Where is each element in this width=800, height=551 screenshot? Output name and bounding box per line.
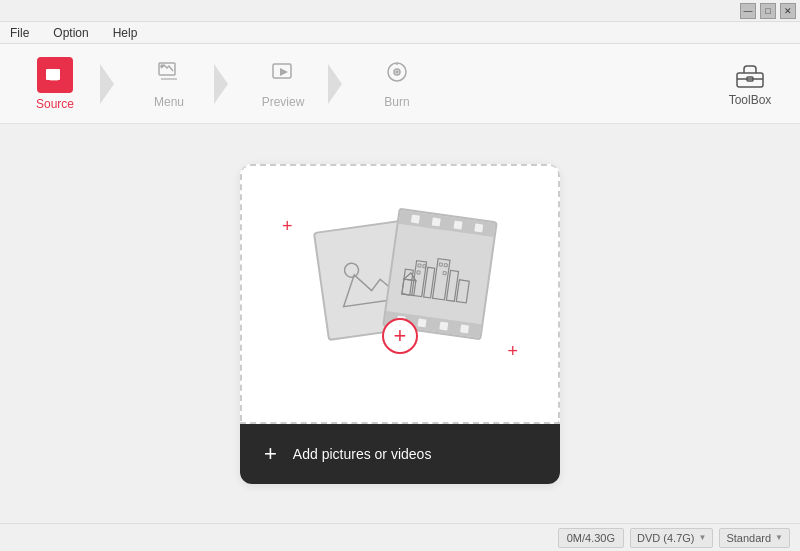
svg-point-1 bbox=[49, 71, 51, 73]
nav-item-burn[interactable]: Burn bbox=[352, 49, 442, 119]
nav-item-preview[interactable]: Preview bbox=[238, 49, 328, 119]
menu-nav-icon bbox=[156, 59, 182, 91]
status-bar: 0M/4.30G DVD (4.7G) ▼ Standard ▼ bbox=[0, 523, 800, 551]
menu-help[interactable]: Help bbox=[109, 24, 142, 42]
svg-point-5 bbox=[161, 65, 163, 67]
svg-point-11 bbox=[396, 71, 398, 73]
svg-point-16 bbox=[344, 261, 360, 277]
add-media-button[interactable]: + Add pictures or videos bbox=[240, 424, 560, 484]
center-plus-icon: + bbox=[382, 318, 418, 354]
preview-label: Preview bbox=[262, 95, 305, 109]
toolbox-label: ToolBox bbox=[729, 93, 772, 107]
decorative-plus-left: + bbox=[282, 216, 293, 237]
menu-label: Menu bbox=[154, 95, 184, 109]
dvd-label: DVD (4.7G) bbox=[637, 532, 694, 544]
window-controls: — □ ✕ bbox=[740, 3, 796, 19]
nav-items: Source Menu Pr bbox=[10, 49, 710, 119]
menu-bar: File Option Help bbox=[0, 22, 800, 44]
title-bar: — □ ✕ bbox=[0, 0, 800, 22]
film-hole bbox=[453, 220, 462, 229]
svg-rect-25 bbox=[439, 262, 442, 265]
film-hole bbox=[460, 324, 469, 333]
svg-rect-27 bbox=[417, 270, 420, 273]
decorative-plus-right: + bbox=[507, 341, 518, 362]
film-hole bbox=[439, 321, 448, 330]
toolbox-button[interactable]: ToolBox bbox=[710, 49, 790, 119]
illustration: + bbox=[310, 204, 490, 384]
source-label: Source bbox=[36, 97, 74, 111]
film-content bbox=[386, 223, 493, 324]
storage-indicator: 0M/4.30G bbox=[558, 528, 624, 548]
add-media-label: Add pictures or videos bbox=[293, 446, 432, 462]
burn-label: Burn bbox=[384, 95, 409, 109]
quality-label: Standard bbox=[726, 532, 771, 544]
svg-marker-8 bbox=[280, 68, 288, 76]
toolbox-icon bbox=[735, 61, 765, 93]
svg-rect-24 bbox=[423, 264, 426, 267]
dvd-chevron-icon: ▼ bbox=[699, 533, 707, 542]
nav-arrow-1 bbox=[100, 64, 114, 104]
svg-rect-26 bbox=[444, 263, 447, 266]
menu-file[interactable]: File bbox=[6, 24, 33, 42]
nav-item-menu[interactable]: Menu bbox=[124, 49, 214, 119]
source-icon bbox=[37, 57, 73, 93]
film-hole bbox=[432, 217, 441, 226]
film-hole bbox=[475, 223, 484, 232]
svg-rect-22 bbox=[456, 279, 469, 302]
dvd-selector[interactable]: DVD (4.7G) ▼ bbox=[630, 528, 713, 548]
svg-rect-28 bbox=[443, 271, 446, 274]
nav-item-source[interactable]: Source bbox=[10, 49, 100, 119]
minimize-button[interactable]: — bbox=[740, 3, 756, 19]
toolbar: Source Menu Pr bbox=[0, 44, 800, 124]
close-button[interactable]: ✕ bbox=[780, 3, 796, 19]
svg-rect-23 bbox=[418, 263, 421, 266]
main-content: + + bbox=[0, 124, 800, 523]
drop-zone-content: + + bbox=[240, 164, 560, 424]
film-hole bbox=[418, 318, 427, 327]
quality-selector[interactable]: Standard ▼ bbox=[719, 528, 790, 548]
nav-arrow-3 bbox=[328, 64, 342, 104]
preview-nav-icon bbox=[270, 59, 296, 91]
burn-nav-icon bbox=[384, 59, 410, 91]
maximize-button[interactable]: □ bbox=[760, 3, 776, 19]
quality-chevron-icon: ▼ bbox=[775, 533, 783, 542]
film-hole bbox=[411, 214, 420, 223]
nav-arrow-2 bbox=[214, 64, 228, 104]
drop-zone[interactable]: + + bbox=[240, 164, 560, 484]
svg-rect-13 bbox=[737, 73, 763, 87]
add-plus-icon: + bbox=[264, 441, 277, 467]
menu-option[interactable]: Option bbox=[49, 24, 92, 42]
